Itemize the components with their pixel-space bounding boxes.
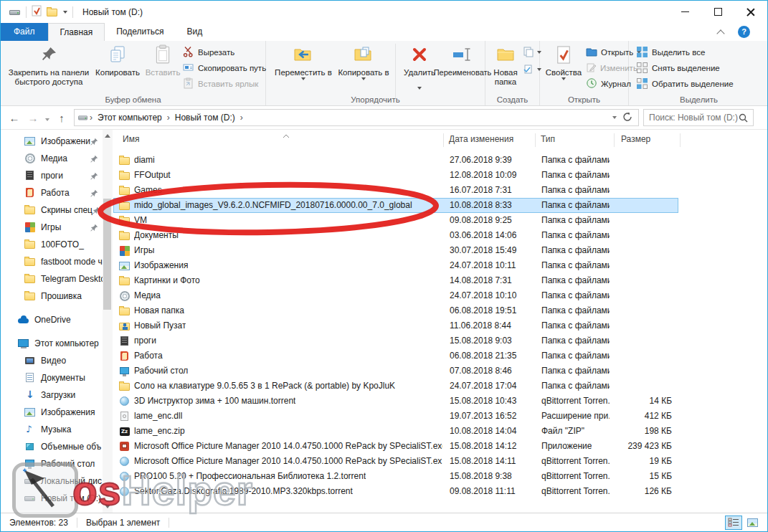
sidebar-item[interactable]: Видео	[1, 352, 103, 369]
sidebar-item-icon	[24, 187, 36, 199]
rename-button[interactable]: Переименовать	[441, 43, 484, 77]
sidebar-item-label: Этот компьютер	[34, 338, 99, 348]
sidebar-item[interactable]: Локальный дис	[1, 472, 103, 490]
file-row[interactable]: Games16.07.2018 7:31Папка с файлами	[113, 183, 678, 198]
select-all-button[interactable]: Выделить все	[636, 45, 705, 60]
sidebar-item[interactable]: Новый том (D:)	[1, 490, 103, 507]
new-item-button[interactable]	[523, 45, 541, 60]
file-row[interactable]: Картинки и Фото14.08.2018 7:31Папка с фа…	[113, 273, 678, 288]
breadcrumb-this-pc[interactable]: Этот компьютер	[93, 113, 166, 123]
tab-file[interactable]: Файл	[1, 23, 48, 41]
file-row[interactable]: lame_enc.zip10.08.2018 14:04Файл "ZIP"19…	[113, 424, 678, 439]
thumbnails-view-button[interactable]	[744, 516, 762, 530]
sidebar-item-label: проги	[41, 171, 63, 181]
file-row[interactable]: lame_enc.dll19.07.2013 16:52Расширение п…	[113, 409, 678, 424]
folder-icon[interactable]	[47, 6, 58, 18]
file-row[interactable]: Новая папка06.08.2018 19:51Папка с файла…	[113, 303, 678, 318]
search-icon[interactable]	[739, 113, 753, 123]
new-folder-button[interactable]: Новая папка	[487, 43, 524, 87]
column-header-date[interactable]: Дата изменения	[449, 134, 513, 144]
cut-button[interactable]: Вырезать	[183, 45, 234, 60]
file-row[interactable]: Документы03.06.2018 14:06Папка с файлами	[113, 228, 678, 243]
scroll-down-icon[interactable]	[105, 505, 110, 508]
properties-check-icon[interactable]	[32, 5, 42, 19]
sidebar-item[interactable]: Прошивка	[1, 288, 103, 305]
sidebar-item[interactable]: проги	[1, 167, 103, 184]
sidebar-item[interactable]: fastboot mode ч	[1, 253, 103, 270]
minimize-button[interactable]	[668, 1, 701, 23]
properties-button[interactable]: Свойства	[543, 43, 584, 80]
column-header-size[interactable]: Размер	[621, 134, 650, 144]
file-row[interactable]: Игры30.07.2018 15:49Папка с файлами	[113, 243, 678, 258]
sidebar-item[interactable]: 100FOTO_	[1, 236, 103, 253]
file-row[interactable]: проги15.08.2018 9:03Папка с файлами	[113, 333, 678, 348]
file-row[interactable]: Sektor.Gaza.Diskografia.1989-2010.MP3.32…	[113, 484, 678, 499]
scroll-up-icon[interactable]	[105, 134, 110, 138]
sidebar-item[interactable]: Работа	[1, 184, 103, 201]
search-input[interactable]	[644, 113, 739, 123]
invert-selection-button[interactable]: Обратить выделение	[636, 77, 734, 91]
tab-home[interactable]: Главная	[48, 23, 105, 41]
sidebar-item-onedrive[interactable]: OneDrive	[1, 311, 103, 328]
file-row[interactable]: Microsoft Office Picture Manager 2010 14…	[113, 439, 678, 454]
group-label-organize: Упорядочить	[266, 95, 485, 104]
collapse-ribbon-icon[interactable]	[718, 30, 724, 34]
refresh-icon[interactable]	[622, 112, 632, 124]
column-header-type[interactable]: Тип	[541, 134, 555, 144]
file-row[interactable]: 3D Инструктор зима + 100 машин.torrent15…	[113, 394, 678, 409]
file-row[interactable]: PRO100 5.20 + Профессиональная Библиотек…	[113, 469, 678, 484]
pin-to-quick-access-button[interactable]: Закрепить на панели быстрого доступа	[5, 43, 93, 87]
help-icon[interactable]	[738, 26, 750, 38]
copy-button[interactable]: Копировать	[94, 43, 141, 77]
up-arrow-icon[interactable]: ↑	[52, 112, 71, 124]
sidebar-item[interactable]: Загрузки	[1, 386, 103, 404]
tab-share[interactable]: Поделиться	[105, 23, 175, 41]
file-row[interactable]: Соло на клавиатуре 9.0.5.65 3 в 1 RePack…	[113, 379, 678, 394]
copy-path-button[interactable]: Скопировать путь	[183, 61, 266, 75]
tab-view[interactable]: Вид	[175, 23, 214, 41]
sidebar-item-this-pc[interactable]: Этот компьютер	[1, 335, 103, 352]
select-none-button[interactable]: Снять выделение	[636, 61, 720, 75]
file-row[interactable]: diami27.06.2018 9:39Папка с файлами	[113, 153, 678, 168]
details-view-button[interactable]	[725, 516, 742, 530]
move-to-button[interactable]: Переместить в	[273, 43, 333, 80]
sidebar-item[interactable]: Медиа	[1, 150, 103, 167]
file-row[interactable]: Новый Пузат11.06.2018 8:44Папка с файлам…	[113, 318, 678, 333]
file-row[interactable]: VM09.08.2018 9:25Папка с файлами	[113, 213, 678, 228]
paste-shortcut-button[interactable]: Вставить ярлык	[183, 77, 258, 91]
copy-to-button[interactable]: Копировать в	[333, 43, 394, 80]
easy-access-button[interactable]	[523, 62, 541, 77]
close-button[interactable]	[734, 1, 767, 23]
file-row[interactable]: Работа06.08.2018 21:35Папка с файлами	[113, 348, 678, 364]
history-button[interactable]: Журнал	[586, 77, 631, 91]
file-row[interactable]: Медиа24.07.2018 10:10Папка с файлами	[113, 288, 678, 303]
sidebar-item[interactable]: Telegram Deskto	[1, 270, 103, 288]
sidebar-item[interactable]: Рабочий стол	[1, 455, 103, 472]
sidebar-scrollbar[interactable]	[103, 130, 113, 514]
file-row[interactable]: Microsoft Office Picture Manager 2010 14…	[113, 454, 678, 469]
breadcrumb-drive[interactable]: Новый том (D:)	[171, 113, 240, 123]
back-arrow-icon[interactable]: ←	[5, 112, 24, 124]
caret-down-icon[interactable]	[63, 11, 67, 14]
sidebar-item[interactable]: Изображения	[1, 404, 103, 421]
paste-button[interactable]: Вставить	[143, 43, 183, 77]
sidebar-item[interactable]: Музыка	[1, 421, 103, 438]
sidebar-item[interactable]: Игры	[1, 219, 103, 236]
forward-arrow-icon[interactable]: →	[24, 112, 42, 124]
address-dropdown-icon[interactable]	[612, 116, 617, 119]
column-header-name[interactable]: Имя	[123, 134, 139, 144]
scroll-thumb[interactable]	[103, 199, 111, 310]
file-row-selected[interactable]: mido_global_images_V9.6.2.0.NCFMIFD_2018…	[113, 198, 678, 213]
file-row[interactable]: Рабочий стол07.08.2018 8:46Папка с файла…	[113, 364, 678, 379]
sidebar-item[interactable]: Скрины спец	[1, 201, 103, 219]
sidebar-item[interactable]: Объемные объ	[1, 438, 103, 455]
delete-button[interactable]: Удалить	[398, 43, 441, 90]
history-caret-icon[interactable]	[42, 111, 52, 124]
file-row[interactable]: Изображения24.07.2018 10:11Папка с файла…	[113, 258, 678, 273]
sidebar-item[interactable]: Изображени	[1, 133, 103, 150]
address-box[interactable]: › Этот компьютер › Новый том (D:) ›	[74, 109, 639, 126]
group-label-select: Выделить	[629, 95, 768, 104]
file-row[interactable]: FFOutput12.08.2018 10:09Папка с файлами	[113, 168, 678, 183]
sidebar-item[interactable]: Документы	[1, 369, 103, 386]
maximize-button[interactable]	[701, 1, 734, 23]
